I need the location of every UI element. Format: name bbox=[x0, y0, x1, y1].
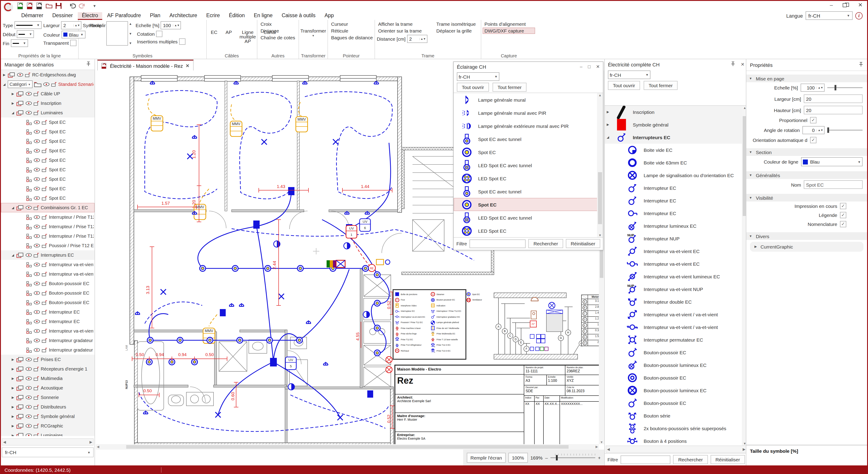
line-type-select[interactable]: ▼ bbox=[14, 21, 41, 29]
zoom-out-icon[interactable]: – bbox=[545, 455, 548, 460]
symbol-prev-more-icon[interactable]: ▼ bbox=[129, 41, 132, 45]
symbol-tree-item[interactable]: Interrupteur va-et-vient EC bbox=[605, 258, 748, 270]
tree-row[interactable]: Catégori▼ Bouton-poussoir EC bbox=[1, 298, 95, 307]
visibility-eye-icon[interactable] bbox=[25, 433, 32, 436]
prop-echelle-slider[interactable] bbox=[827, 87, 863, 88]
lock-corner-icon[interactable] bbox=[41, 291, 48, 296]
lock-corner-icon[interactable] bbox=[33, 205, 39, 210]
visibility-eye-icon[interactable] bbox=[25, 414, 32, 418]
lock-corner-icon[interactable] bbox=[33, 376, 39, 381]
symbol-tree-item[interactable]: Bouton-poussoir lumineux EC bbox=[605, 384, 748, 397]
lock-corner-icon[interactable] bbox=[51, 82, 57, 87]
tree-expander-icon[interactable]: ◢ bbox=[11, 111, 15, 114]
ribbon-tab[interactable]: Démarrer bbox=[17, 12, 47, 20]
current-graphic-row[interactable]: ▶CurrentGraphic bbox=[750, 242, 864, 252]
tree-expander-icon[interactable]: ▶ bbox=[11, 377, 15, 380]
lock-corner-icon[interactable] bbox=[41, 158, 48, 163]
symbol-tree-item[interactable]: Bouton-poussoir lumineux EC bbox=[605, 359, 748, 371]
tree-row[interactable]: Catégori▼ Spot EC bbox=[1, 127, 95, 136]
reticule-button[interactable]: Réticule bbox=[330, 28, 373, 33]
lock-corner-icon[interactable] bbox=[41, 224, 48, 229]
lock-corner-icon[interactable] bbox=[41, 243, 48, 248]
tree-row[interactable]: Catégori▼ Bouton-poussoir EC bbox=[1, 279, 95, 288]
symbol-tree-item[interactable]: Bouton-poussoir EC bbox=[605, 397, 748, 409]
section-generalites[interactable]: ▼Généralités bbox=[746, 171, 867, 179]
lock-corner-icon[interactable] bbox=[41, 215, 48, 219]
orienter-trame-button[interactable]: Orienter sur la trame bbox=[377, 28, 430, 33]
tree-expander-icon[interactable]: ▶ bbox=[11, 101, 15, 105]
symbol-list-item[interactable]: LED Spot EC avec tunnel bbox=[454, 159, 603, 172]
lock-corner-icon[interactable] bbox=[33, 252, 39, 258]
document-tab[interactable]: Électricité - Maison modèle - Rez ✕ bbox=[97, 60, 194, 71]
prop-legende-checkbox[interactable] bbox=[840, 212, 846, 218]
tree-expander-icon[interactable]: ▶ bbox=[11, 424, 15, 428]
symbol-tree-item[interactable]: NUP Interrupteur NUP bbox=[605, 232, 748, 245]
prop-nomenclature-checkbox[interactable] bbox=[840, 221, 846, 227]
bagues-button[interactable]: Bagues de distance bbox=[330, 35, 373, 40]
lock-corner-icon[interactable] bbox=[33, 367, 39, 371]
transformer-button[interactable]: Transformer ▼ bbox=[301, 21, 326, 38]
tree-row[interactable]: Catégori▼ Interrupteur gradateur EC bbox=[1, 336, 95, 345]
tree-expander-icon[interactable]: ◢ bbox=[606, 136, 610, 139]
eclairage-search-button[interactable]: Rechercher bbox=[529, 239, 563, 248]
symbol-list-item[interactable]: Spot EC avec tunnel bbox=[454, 132, 603, 145]
ribbon-tab[interactable]: AF Parafoudre bbox=[103, 12, 145, 20]
zoom-in-icon[interactable]: + bbox=[598, 455, 601, 460]
fit-screen-button[interactable]: Remplir l'écran bbox=[467, 452, 505, 463]
symbol-list-item[interactable]: LED Spot EC bbox=[454, 172, 603, 185]
info-icon[interactable]: i bbox=[855, 12, 863, 19]
symbol-list-item[interactable]: Lampe générale mural bbox=[454, 93, 603, 106]
lock-corner-icon[interactable] bbox=[33, 357, 39, 362]
lock-corner-icon[interactable] bbox=[41, 129, 48, 134]
tree-row[interactable]: ◢ Catégori▼ Luminaires bbox=[1, 108, 95, 117]
zoom-slider[interactable] bbox=[551, 457, 595, 458]
lock-corner-icon[interactable] bbox=[33, 414, 39, 419]
electricite-open-all-button[interactable]: Tout ouvrir bbox=[608, 81, 640, 90]
tree-expander-icon[interactable]: ◢ bbox=[11, 206, 15, 209]
symbol-list-item[interactable]: Spot EC bbox=[454, 198, 603, 211]
prop-hauteur-input[interactable]: 20 bbox=[804, 106, 863, 114]
tree-row[interactable]: Catégori▼ Interrupteur / Prise T12 EC bbox=[1, 212, 95, 222]
redo-icon[interactable] bbox=[79, 2, 86, 9]
lock-corner-icon[interactable] bbox=[41, 262, 48, 267]
symbol-tree-item[interactable]: Interrupteur va-et-vient EC bbox=[605, 245, 748, 258]
tree-expander-icon[interactable]: ▶ bbox=[11, 396, 15, 399]
electricite-pin-icon[interactable] bbox=[730, 62, 735, 67]
lock-corner-icon[interactable] bbox=[41, 300, 48, 305]
visibility-eye-icon[interactable] bbox=[25, 386, 32, 390]
properties-pin-icon[interactable] bbox=[859, 62, 864, 68]
ribbon-tab[interactable]: Caisse à outils bbox=[278, 12, 319, 20]
ribbon-tab[interactable]: Édition bbox=[225, 12, 249, 20]
tree-row[interactable]: ▶ Catégori▼ Distributeurs bbox=[1, 402, 95, 412]
visibility-eye-icon[interactable] bbox=[33, 187, 40, 191]
cable-ap-button[interactable]: AP bbox=[223, 23, 234, 44]
tree-expander-icon[interactable]: ▶ bbox=[11, 367, 15, 371]
new-rcg-file-icon[interactable] bbox=[17, 2, 24, 9]
ribbon-tab[interactable]: Plan bbox=[146, 12, 164, 20]
visibility-eye-icon[interactable] bbox=[33, 319, 40, 324]
tree-row[interactable]: Catégori▼ Spot EC bbox=[1, 174, 95, 184]
categorie-select[interactable]: Catégori▼ bbox=[8, 80, 33, 88]
visibility-eye-icon[interactable] bbox=[25, 358, 32, 362]
symbol-tree-item[interactable]: Interrupteur permutateur EC bbox=[605, 334, 748, 346]
lock-corner-icon[interactable] bbox=[33, 110, 39, 115]
ribbon-tab[interactable]: Ecrire bbox=[202, 12, 224, 20]
lock-corner-icon[interactable] bbox=[41, 281, 48, 286]
tree-expander-icon[interactable]: ▶ bbox=[11, 405, 15, 409]
prop-angle-stepper[interactable]: 0▲▼ bbox=[802, 126, 825, 134]
symbol-tree-item[interactable]: Interrupteur EC bbox=[605, 194, 748, 207]
symbol-tree-item[interactable]: NUP Interrupteur va-et-vient NUP bbox=[605, 283, 748, 296]
open-file-icon[interactable] bbox=[46, 2, 53, 9]
minimize-button[interactable]: – bbox=[828, 2, 835, 8]
close-button[interactable]: ✕ bbox=[857, 2, 864, 8]
transparent-checkbox[interactable] bbox=[70, 40, 76, 46]
tab-close-icon[interactable]: ✕ bbox=[186, 63, 189, 68]
symbol-tree-item[interactable]: Lampe de signalisation ou d'orientation … bbox=[605, 169, 748, 182]
electricite-filter-input[interactable] bbox=[621, 455, 671, 464]
visibility-eye-icon[interactable] bbox=[33, 243, 40, 248]
ribbon-tab[interactable]: Architecture bbox=[165, 12, 201, 20]
eclairage-reset-button[interactable]: Réinitialiser bbox=[566, 239, 600, 248]
tree-row[interactable]: Catégori▼ Spot EC bbox=[1, 136, 95, 146]
tree-row[interactable]: ▶ Catégori▼ Multimedia bbox=[1, 374, 95, 383]
lock-corner-icon[interactable] bbox=[33, 424, 39, 428]
